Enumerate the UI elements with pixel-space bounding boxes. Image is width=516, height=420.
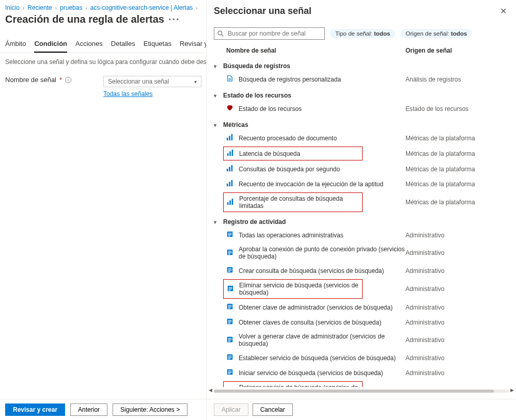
signal-origin: Administrativo xyxy=(405,354,509,362)
signal-row[interactable]: Obtener claves de consulta (servicios de… xyxy=(214,315,509,330)
signal-group[interactable]: ▾Búsqueda de registros xyxy=(214,57,509,72)
chevron-right-icon[interactable]: ▶ xyxy=(510,387,514,393)
signal-search-input[interactable] xyxy=(227,29,321,38)
tab-acciones[interactable]: Acciones xyxy=(75,40,103,53)
close-icon[interactable]: ✕ xyxy=(498,4,509,18)
svg-rect-28 xyxy=(228,271,230,272)
signal-origin: Métricas de la plataforma xyxy=(405,166,509,173)
breadcrumb-item[interactable]: Inicio xyxy=(5,4,20,11)
cancel-button[interactable]: Cancelar xyxy=(253,403,293,416)
signal-row[interactable]: Detener servicio de búsqueda (servicios … xyxy=(214,380,509,387)
signal-origin: Estado de los recursos xyxy=(405,105,509,112)
chevron-down-icon: ▾ xyxy=(214,219,219,225)
svg-rect-50 xyxy=(228,370,232,371)
signal-row[interactable]: Búsqueda de registros personalizadaAnáli… xyxy=(214,72,509,87)
signal-name: Latencia de búsqueda xyxy=(239,150,300,157)
svg-rect-26 xyxy=(228,268,232,269)
signal-search-box[interactable] xyxy=(214,27,325,40)
svg-rect-43 xyxy=(228,340,232,340)
svg-rect-15 xyxy=(229,200,231,205)
activity-icon xyxy=(226,266,233,275)
signal-origin: Administrativo xyxy=(405,319,509,326)
signal-origin: Administrativo xyxy=(405,304,509,311)
activity-icon xyxy=(227,285,234,294)
signal-name: Consultas de búsqueda por segundo xyxy=(239,166,340,173)
signal-origin: Métricas de la plataforma xyxy=(405,181,509,188)
signal-origin-pill[interactable]: Origen de señal: todos xyxy=(400,29,472,38)
info-icon[interactable]: i xyxy=(65,77,71,83)
metric-icon xyxy=(227,198,234,207)
chevron-right-icon: › xyxy=(196,5,197,11)
all-signals-link[interactable]: Todas las señales xyxy=(103,90,201,98)
signal-row[interactable]: Crear consulta de búsqueda (servicios de… xyxy=(214,263,509,278)
tab--mbito[interactable]: Ámbito xyxy=(5,40,26,53)
svg-rect-44 xyxy=(228,341,230,341)
signal-name: Aprobar la conexión de punto de conexión… xyxy=(239,246,405,260)
signal-type-pill[interactable]: Tipo de señal: todos xyxy=(330,29,395,38)
tab-condici-n[interactable]: Condición xyxy=(34,40,67,53)
signal-row[interactable]: Eliminar servicio de búsqueda (servicios… xyxy=(214,278,509,300)
signal-list[interactable]: ▾Búsqueda de registrosBúsqueda de regist… xyxy=(207,57,516,387)
signal-name: Obtener claves de consulta (servicios de… xyxy=(239,319,381,326)
breadcrumb-item[interactable]: acs-cognitive-search-service | Alertas xyxy=(90,4,193,11)
signal-row[interactable]: Obtener clave de administrador (servicio… xyxy=(214,300,509,315)
signal-group[interactable]: ▾Estado de los recursos xyxy=(214,87,509,101)
select-signal-panel: Seleccionar una señal ✕ Tipo de señal: t… xyxy=(206,0,516,420)
svg-rect-31 xyxy=(229,288,232,289)
log-icon xyxy=(226,75,233,84)
signal-name: Búsqueda de registros personalizada xyxy=(239,76,341,83)
signal-row[interactable]: Recuento procesado de documentoMétricas … xyxy=(214,131,509,146)
signal-row[interactable]: Volver a generar clave de administrador … xyxy=(214,330,509,350)
signal-row[interactable]: Latencia de búsquedaMétricas de la plata… xyxy=(214,146,509,161)
signal-row[interactable]: Recuento de invocación de la ejecución d… xyxy=(214,176,509,191)
breadcrumb-item[interactable]: Reciente xyxy=(27,4,52,11)
panel-title: Seleccionar una señal xyxy=(214,6,311,17)
signal-row[interactable]: Aprobar la conexión de punto de conexión… xyxy=(214,243,509,263)
more-icon[interactable]: ··· xyxy=(168,13,180,25)
activity-icon xyxy=(226,336,233,345)
svg-rect-42 xyxy=(228,338,232,338)
review-create-button[interactable]: Revisar y crear xyxy=(5,403,65,416)
signal-origin: Análisis de registros xyxy=(405,76,509,83)
previous-button[interactable]: Anterior xyxy=(70,403,107,416)
signal-row[interactable]: Consultas de búsqueda por segundoMétrica… xyxy=(214,161,509,176)
tab-etiquetas[interactable]: Etiquetas xyxy=(144,40,171,53)
signal-row[interactable]: Iniciar servicio de búsqueda (servicios … xyxy=(214,365,509,380)
horizontal-scrollbar[interactable]: ◀ ▶ xyxy=(214,388,509,394)
svg-rect-14 xyxy=(227,202,229,204)
signal-origin: Administrativo xyxy=(405,336,509,344)
signal-row[interactable]: Establecer servicio de búsqueda (servici… xyxy=(214,350,509,365)
apply-button[interactable]: Aplicar xyxy=(214,403,248,416)
signal-origin: Métricas de la plataforma xyxy=(405,135,509,142)
svg-rect-18 xyxy=(228,233,232,233)
next-actions-button[interactable]: Siguiente: Acciones > xyxy=(113,403,187,416)
activity-icon xyxy=(226,231,233,239)
breadcrumb-item[interactable]: pruebas xyxy=(60,4,82,11)
svg-rect-11 xyxy=(227,184,228,186)
svg-rect-2 xyxy=(227,138,228,140)
search-icon xyxy=(217,30,224,37)
signal-row[interactable]: Todas las operaciones administrativasAdm… xyxy=(214,228,509,243)
signal-row[interactable]: Estado de los recursosEstado de los recu… xyxy=(214,101,509,116)
svg-rect-7 xyxy=(232,150,233,156)
svg-rect-35 xyxy=(228,306,232,307)
svg-rect-52 xyxy=(228,374,230,374)
health-icon xyxy=(226,104,233,113)
chevron-left-icon[interactable]: ◀ xyxy=(209,387,212,393)
signal-origin: Administrativo xyxy=(405,285,509,293)
metric-icon xyxy=(226,134,233,142)
signal-row[interactable]: Porcentaje de consultas de búsqueda limi… xyxy=(214,191,509,213)
tab-detalles[interactable]: Detalles xyxy=(111,40,135,53)
svg-rect-39 xyxy=(228,321,232,322)
activity-icon xyxy=(226,368,233,377)
signal-name-select[interactable]: Seleccionar una señal ▾ xyxy=(103,76,201,87)
signal-group[interactable]: ▾Registro de actividad xyxy=(214,213,509,228)
signal-name: Recuento de invocación de la ejecución d… xyxy=(239,181,383,188)
svg-rect-24 xyxy=(228,253,230,254)
chevron-right-icon: › xyxy=(85,5,87,11)
signal-group[interactable]: ▾Métricas xyxy=(214,116,509,131)
svg-rect-36 xyxy=(228,308,230,309)
svg-rect-5 xyxy=(227,153,229,156)
svg-rect-30 xyxy=(229,287,232,287)
svg-rect-10 xyxy=(231,165,233,171)
